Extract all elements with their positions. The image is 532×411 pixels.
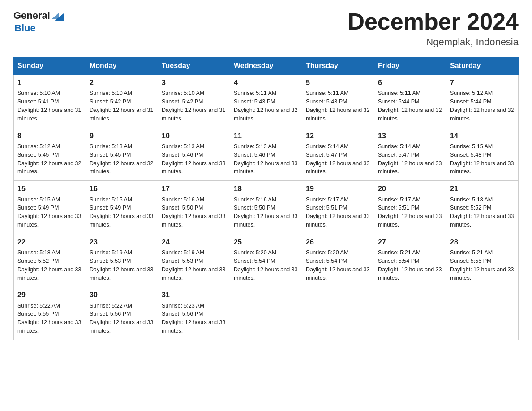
- day-info: Sunrise: 5:13 AMSunset: 5:45 PMDaylight:…: [90, 143, 153, 175]
- day-number: 15: [17, 184, 82, 194]
- day-info: Sunrise: 5:11 AMSunset: 5:43 PMDaylight:…: [306, 90, 369, 122]
- day-number: 2: [90, 77, 154, 88]
- day-number: 8: [17, 131, 82, 141]
- logo: General Blue: [13, 9, 64, 34]
- day-number: 17: [162, 184, 226, 194]
- day-number: 9: [90, 131, 154, 141]
- day-info: Sunrise: 5:17 AMSunset: 5:51 PMDaylight:…: [378, 197, 442, 228]
- day-number: 24: [162, 237, 226, 247]
- day-number: 1: [17, 77, 82, 88]
- week-row-5: 29Sunrise: 5:22 AMSunset: 5:55 PMDayligh…: [14, 287, 519, 340]
- day-number: 4: [234, 77, 298, 88]
- day-number: 18: [234, 184, 298, 194]
- col-tuesday: Tuesday: [158, 57, 230, 75]
- calendar-cell: 21Sunrise: 5:18 AMSunset: 5:52 PMDayligh…: [446, 181, 519, 234]
- calendar-cell: 7Sunrise: 5:12 AMSunset: 5:44 PMDaylight…: [446, 75, 519, 128]
- col-sunday: Sunday: [14, 57, 86, 75]
- day-number: 31: [162, 290, 226, 300]
- calendar-cell: 9Sunrise: 5:13 AMSunset: 5:45 PMDaylight…: [86, 128, 158, 181]
- calendar-cell: 11Sunrise: 5:13 AMSunset: 5:46 PMDayligh…: [230, 128, 302, 181]
- day-info: Sunrise: 5:15 AMSunset: 5:49 PMDaylight:…: [17, 197, 81, 228]
- day-info: Sunrise: 5:18 AMSunset: 5:52 PMDaylight:…: [450, 197, 514, 228]
- location-subtitle: Ngemplak, Indonesia: [348, 36, 519, 48]
- calendar-cell: 22Sunrise: 5:18 AMSunset: 5:52 PMDayligh…: [14, 234, 86, 287]
- calendar-cell: 30Sunrise: 5:22 AMSunset: 5:56 PMDayligh…: [86, 287, 158, 340]
- day-info: Sunrise: 5:22 AMSunset: 5:56 PMDaylight:…: [90, 303, 153, 334]
- day-info: Sunrise: 5:10 AMSunset: 5:42 PMDaylight:…: [162, 90, 225, 122]
- day-info: Sunrise: 5:11 AMSunset: 5:44 PMDaylight:…: [378, 90, 442, 122]
- calendar-cell: 26Sunrise: 5:20 AMSunset: 5:54 PMDayligh…: [302, 234, 374, 287]
- logo-general-text: General: [13, 10, 50, 21]
- day-number: 26: [306, 237, 370, 247]
- day-info: Sunrise: 5:15 AMSunset: 5:48 PMDaylight:…: [450, 143, 514, 175]
- day-info: Sunrise: 5:14 AMSunset: 5:47 PMDaylight:…: [306, 143, 369, 175]
- calendar-cell: 19Sunrise: 5:17 AMSunset: 5:51 PMDayligh…: [302, 181, 374, 234]
- day-info: Sunrise: 5:14 AMSunset: 5:47 PMDaylight:…: [378, 143, 442, 175]
- calendar-cell: 13Sunrise: 5:14 AMSunset: 5:47 PMDayligh…: [374, 128, 446, 181]
- day-number: 16: [90, 184, 154, 194]
- day-number: 13: [378, 131, 442, 141]
- day-info: Sunrise: 5:19 AMSunset: 5:53 PMDaylight:…: [162, 249, 225, 281]
- day-info: Sunrise: 5:12 AMSunset: 5:45 PMDaylight:…: [17, 143, 81, 175]
- day-number: 19: [306, 184, 370, 194]
- logo-triangle-icon: [51, 9, 64, 22]
- week-row-3: 15Sunrise: 5:15 AMSunset: 5:49 PMDayligh…: [14, 181, 519, 234]
- svg-marker-1: [52, 13, 59, 19]
- day-info: Sunrise: 5:20 AMSunset: 5:54 PMDaylight:…: [234, 249, 297, 281]
- calendar-cell: 4Sunrise: 5:11 AMSunset: 5:43 PMDaylight…: [230, 75, 302, 128]
- col-wednesday: Wednesday: [230, 57, 302, 75]
- day-number: 12: [306, 131, 370, 141]
- day-info: Sunrise: 5:11 AMSunset: 5:43 PMDaylight:…: [234, 90, 297, 122]
- day-info: Sunrise: 5:21 AMSunset: 5:54 PMDaylight:…: [378, 249, 442, 281]
- calendar-cell: 12Sunrise: 5:14 AMSunset: 5:47 PMDayligh…: [302, 128, 374, 181]
- calendar-cell: 27Sunrise: 5:21 AMSunset: 5:54 PMDayligh…: [374, 234, 446, 287]
- day-number: 11: [234, 131, 298, 141]
- day-info: Sunrise: 5:13 AMSunset: 5:46 PMDaylight:…: [234, 143, 297, 175]
- calendar-cell: 10Sunrise: 5:13 AMSunset: 5:46 PMDayligh…: [158, 128, 230, 181]
- day-number: 28: [450, 237, 515, 247]
- col-monday: Monday: [86, 57, 158, 75]
- calendar-cell: 31Sunrise: 5:23 AMSunset: 5:56 PMDayligh…: [158, 287, 230, 340]
- calendar-header-row: Sunday Monday Tuesday Wednesday Thursday…: [14, 57, 519, 75]
- calendar-cell: 15Sunrise: 5:15 AMSunset: 5:49 PMDayligh…: [14, 181, 86, 234]
- day-info: Sunrise: 5:16 AMSunset: 5:50 PMDaylight:…: [234, 197, 297, 228]
- week-row-2: 8Sunrise: 5:12 AMSunset: 5:45 PMDaylight…: [14, 128, 519, 181]
- day-info: Sunrise: 5:17 AMSunset: 5:51 PMDaylight:…: [306, 197, 369, 228]
- day-number: 10: [162, 131, 226, 141]
- calendar-cell: 14Sunrise: 5:15 AMSunset: 5:48 PMDayligh…: [446, 128, 519, 181]
- calendar-cell: 2Sunrise: 5:10 AMSunset: 5:42 PMDaylight…: [86, 75, 158, 128]
- day-number: 27: [378, 237, 442, 247]
- calendar-cell: 24Sunrise: 5:19 AMSunset: 5:53 PMDayligh…: [158, 234, 230, 287]
- day-number: 25: [234, 237, 298, 247]
- day-info: Sunrise: 5:16 AMSunset: 5:50 PMDaylight:…: [162, 197, 225, 228]
- day-number: 14: [450, 131, 515, 141]
- calendar-cell: [302, 287, 374, 340]
- day-info: Sunrise: 5:19 AMSunset: 5:53 PMDaylight:…: [90, 249, 153, 281]
- day-info: Sunrise: 5:10 AMSunset: 5:41 PMDaylight:…: [17, 90, 81, 122]
- day-number: 5: [306, 77, 370, 88]
- page-header: General Blue December 2024 Ngemplak, Ind…: [13, 9, 519, 48]
- calendar-cell: 23Sunrise: 5:19 AMSunset: 5:53 PMDayligh…: [86, 234, 158, 287]
- month-title: December 2024: [348, 9, 519, 34]
- logo-blue-text: Blue: [14, 22, 36, 34]
- day-number: 23: [90, 237, 154, 247]
- day-info: Sunrise: 5:20 AMSunset: 5:54 PMDaylight:…: [306, 249, 369, 281]
- day-info: Sunrise: 5:15 AMSunset: 5:49 PMDaylight:…: [90, 197, 153, 228]
- day-number: 20: [378, 184, 442, 194]
- col-friday: Friday: [374, 57, 446, 75]
- col-thursday: Thursday: [302, 57, 374, 75]
- calendar-cell: 29Sunrise: 5:22 AMSunset: 5:55 PMDayligh…: [14, 287, 86, 340]
- day-number: 3: [162, 77, 226, 88]
- day-info: Sunrise: 5:21 AMSunset: 5:55 PMDaylight:…: [450, 249, 514, 281]
- calendar-cell: [230, 287, 302, 340]
- day-info: Sunrise: 5:12 AMSunset: 5:44 PMDaylight:…: [450, 90, 514, 122]
- calendar-cell: [374, 287, 446, 340]
- day-info: Sunrise: 5:18 AMSunset: 5:52 PMDaylight:…: [17, 249, 81, 281]
- calendar-cell: 1Sunrise: 5:10 AMSunset: 5:41 PMDaylight…: [14, 75, 86, 128]
- day-number: 29: [17, 290, 82, 300]
- day-number: 6: [378, 77, 442, 88]
- col-saturday: Saturday: [446, 57, 519, 75]
- calendar-cell: [446, 287, 519, 340]
- day-info: Sunrise: 5:10 AMSunset: 5:42 PMDaylight:…: [90, 90, 153, 122]
- calendar-cell: 6Sunrise: 5:11 AMSunset: 5:44 PMDaylight…: [374, 75, 446, 128]
